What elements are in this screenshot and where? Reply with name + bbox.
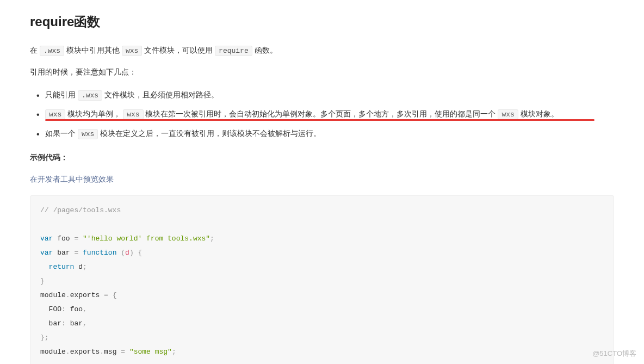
list-text: 模块均为单例， (65, 109, 123, 118)
code-space (78, 249, 83, 257)
code-require: require (215, 46, 252, 56)
code-ident: bar (53, 249, 74, 257)
intro-text: 文件模块，可以使用 (142, 46, 215, 54)
code-punct: , (83, 319, 87, 328)
code-wxs: wxs (45, 109, 65, 120)
code-punct: . (66, 348, 70, 356)
code-string: "'hello world' from tools.wxs" (83, 235, 210, 243)
code-ident: msg (104, 348, 121, 356)
list-text: 文件模块，且必须使用相对路径。 (102, 90, 219, 99)
code-wxs: wxs (122, 46, 142, 56)
code-ident: d (74, 263, 83, 271)
code-punct: ( (121, 249, 125, 257)
intro-paragraph: 在 .wxs 模块中引用其他 wxs 文件模块，可以使用 require 函数。 (30, 44, 614, 57)
code-punct: ; (45, 334, 49, 342)
list-text: 模块在定义之后，一直没有被引用，则该模块不会被解析与运行。 (98, 129, 321, 138)
code-ident: exports (70, 348, 100, 356)
code-ident: module (40, 291, 66, 299)
code-string: "some msg" (129, 348, 172, 356)
code-keyword: var (40, 235, 53, 243)
code-punct: ; (210, 235, 214, 243)
list-item-highlighted: wxs 模块均为单例， wxs 模块在第一次被引用时，会自动初始化为单例对象。多… (45, 107, 614, 122)
code-wxs-ext: .wxs (78, 90, 102, 101)
code-punct: { (138, 249, 143, 257)
code-punct: : (61, 319, 66, 328)
code-ident: FOO (40, 305, 61, 313)
code-indent (40, 263, 49, 271)
list-text: 模块对象。 (518, 109, 559, 118)
code-ident: foo (66, 305, 83, 313)
section-heading: require函数 (30, 11, 614, 33)
note-intro: 引用的时候，要注意如下几点： (30, 66, 614, 79)
code-punct: ; (172, 348, 176, 356)
code-space (134, 249, 138, 257)
code-punct: , (83, 305, 87, 313)
intro-text: 模块中引用其他 (64, 46, 122, 54)
code-ident: foo (53, 235, 74, 243)
code-keyword: function (83, 249, 116, 257)
code-punct: . (66, 291, 70, 299)
intro-text: 函数。 (252, 46, 277, 54)
code-keyword: return (49, 263, 75, 271)
code-ident: bar (40, 319, 61, 328)
code-punct: } (40, 334, 45, 342)
code-punct: } (40, 277, 45, 285)
list-text: 只能引用 (45, 90, 78, 99)
code-punct: . (100, 348, 104, 356)
code-punct: = (121, 348, 125, 356)
list-item: 如果一个 wxs 模块在定义之后，一直没有被引用，则该模块不会被解析与运行。 (45, 126, 614, 141)
code-ident: module (40, 348, 66, 356)
code-punct: ; (83, 263, 87, 271)
code-punct: ) (129, 249, 134, 257)
code-wxs-ext: .wxs (40, 46, 64, 56)
preview-link[interactable]: 在开发者工具中预览效果 (30, 173, 114, 186)
code-punct: : (61, 305, 66, 313)
code-punct: = (104, 291, 108, 299)
list-item: 只能引用 .wxs 文件模块，且必须使用相对路径。 (45, 88, 614, 103)
code-wxs: wxs (123, 109, 143, 120)
code-keyword: var (40, 249, 53, 257)
code-space (125, 348, 129, 356)
notes-list: 只能引用 .wxs 文件模块，且必须使用相对路径。 wxs 模块均为单例， wx… (30, 88, 614, 141)
sample-code-label: 示例代码： (30, 151, 614, 164)
list-text: 如果一个 (45, 129, 78, 138)
code-space (78, 235, 83, 243)
code-param: d (125, 249, 129, 257)
code-ident: exports (70, 291, 104, 299)
intro-text: 在 (30, 46, 40, 54)
code-wxs: wxs (498, 109, 518, 120)
code-ident: bar (66, 319, 83, 328)
code-punct: { (113, 291, 117, 299)
code-wxs: wxs (78, 129, 98, 139)
list-text: 模块在第一次被引用时，会自动初始化为单例对象。多个页面，多个地方，多次引用，使用… (144, 109, 498, 118)
code-space (108, 291, 113, 299)
code-comment: // /pages/tools.wxs (40, 206, 121, 214)
code-block: // /pages/tools.wxs var foo = "'hello wo… (30, 195, 614, 364)
